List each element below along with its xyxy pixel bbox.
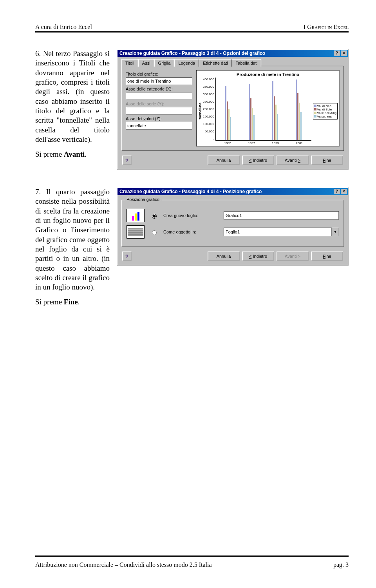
para-6: 6. Nel terzo Passaggio si inseriscono i … [35,49,110,165]
help-icon[interactable]: ? [334,51,340,56]
titlebar-step3: Creazione guidata Grafico - Passaggio 3 … [118,50,348,57]
rule-top [35,31,349,33]
footer-right: pag. 3 [333,561,349,568]
lbl-oggetto-in: Come oggetto in: [163,230,218,234]
lbl-asse-z: Asse dei valori (Z): [126,116,192,121]
chevron-down-icon[interactable]: ▼ [332,228,339,236]
close-icon[interactable]: × [341,51,347,56]
lbl-asse-y: Asse delle serie (Y): [126,101,192,106]
help-icon[interactable]: ? [334,189,340,194]
help-button[interactable]: ? [122,251,132,261]
input-titolo-grafico[interactable] [126,77,192,85]
tab-titoli[interactable]: Titoli [121,59,138,67]
select-foglio[interactable] [224,228,332,236]
para-7: 7. Il quarto passaggio consiste nella po… [35,187,110,313]
chart-preview: Produzione di mele in Trentino tonnellat… [196,70,340,147]
dialog-step4: Creazione guidata Grafico - Passaggio 4 … [117,187,349,266]
help-button[interactable]: ? [122,156,132,165]
annulla-button[interactable]: Annulla [208,156,240,165]
lbl-asse-x: Asse delle categorie (X): [126,87,192,91]
indietro-button[interactable]: < Indietro [242,251,274,261]
dialog-title-3: Creazione guidata Grafico - Passaggio 3 … [119,51,265,56]
tab-legenda[interactable]: Legenda [174,59,199,67]
radio-oggetto-in[interactable] [152,230,157,235]
annulla-button[interactable]: Annulla [208,251,240,261]
fine-button[interactable]: Fine [311,251,343,261]
dialog-title-4: Creazione guidata Grafico - Passaggio 4 … [119,189,262,194]
tab-strip: Titoli Assi Griglia Legenda Etichette da… [121,59,344,67]
header-left: A cura di Enrico Eccel [35,24,92,31]
rule-bottom [35,555,349,557]
icon-new-sheet [127,209,145,222]
avanti-button-disabled: Avanti > [277,251,309,261]
input-asse-z[interactable] [126,122,192,130]
lbl-titolo-grafico: Titolo del grafico: [126,72,192,76]
dialog-step3: Creazione guidata Grafico - Passaggio 3 … [117,49,349,170]
footer-left: Attribuzione non Commerciale – Condividi… [35,561,212,568]
input-asse-x[interactable] [126,92,192,100]
tab-assi[interactable]: Assi [138,59,154,67]
tab-griglia[interactable]: Griglia [154,59,175,67]
chart-ylabel: tonnellate [198,78,203,145]
chart-title: Produzione di mele in Trentino [198,72,338,77]
num-7: 7. [35,188,41,196]
icon-as-object [127,225,145,239]
radio-nuovo-foglio[interactable] [152,214,157,219]
lbl-nuovo-foglio: Crea nuovo foglio: [163,213,218,218]
indietro-button[interactable]: < Indietro [242,156,274,165]
header-right: I Grafici in Excel [304,24,349,31]
group-posiziona: Posiziona grafico: Crea nuovo foglio: [121,200,344,247]
chart-plot: 1995 1997 1999 2001 [215,78,311,141]
tab-tabella[interactable]: Tabella dati [232,59,262,67]
close-icon[interactable]: × [341,189,347,194]
num-6: 6. [35,49,41,58]
input-asse-y[interactable] [126,107,192,115]
titlebar-step4: Creazione guidata Grafico - Passaggio 4 … [118,188,348,195]
tab-etichette[interactable]: Etichette dati [199,59,232,67]
chart-legend: Val di Non Val di Sole Valle dell'Adig V… [313,103,338,119]
input-nuovo-foglio[interactable] [224,211,339,220]
chart-yaxis: 400.000350.000300.000250.000 200.000150.… [203,78,215,145]
avanti-button[interactable]: Avanti > [277,156,309,165]
fine-button[interactable]: Fine [311,156,343,165]
group-label: Posiziona grafico: [125,197,162,202]
